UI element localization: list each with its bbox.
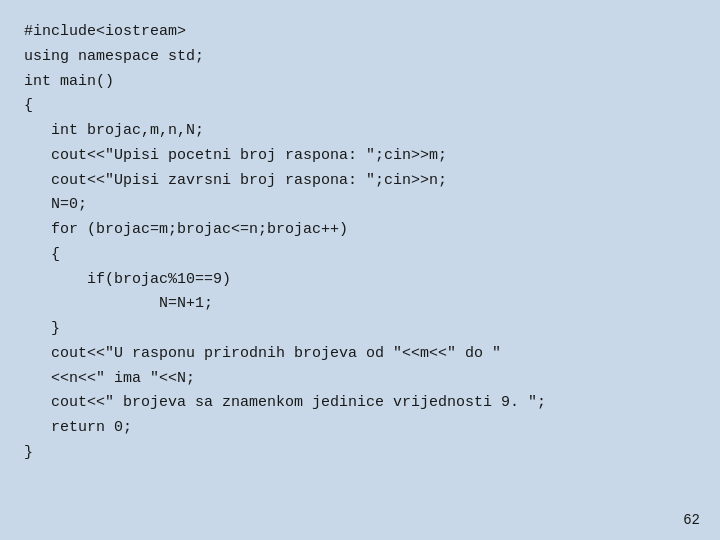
page-number: 62: [683, 512, 700, 528]
code-block: #include<iostream> using namespace std; …: [24, 20, 696, 466]
code-container: #include<iostream> using namespace std; …: [0, 0, 720, 540]
